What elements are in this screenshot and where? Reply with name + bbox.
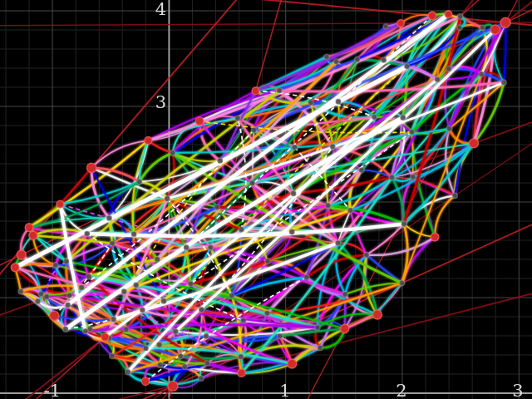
y-tick-label-4: 4 — [155, 1, 166, 18]
figure: -1 1 2 3 3 4 — [0, 0, 532, 399]
x-tick-label-2: 2 — [396, 382, 406, 399]
x-tick-label-3: 3 — [512, 382, 523, 399]
y-tick-label-3: 3 — [155, 94, 166, 111]
x-tick-label-1: 1 — [279, 382, 290, 399]
x-tick-label-neg1: -1 — [44, 382, 61, 399]
plot-canvas — [0, 0, 532, 399]
